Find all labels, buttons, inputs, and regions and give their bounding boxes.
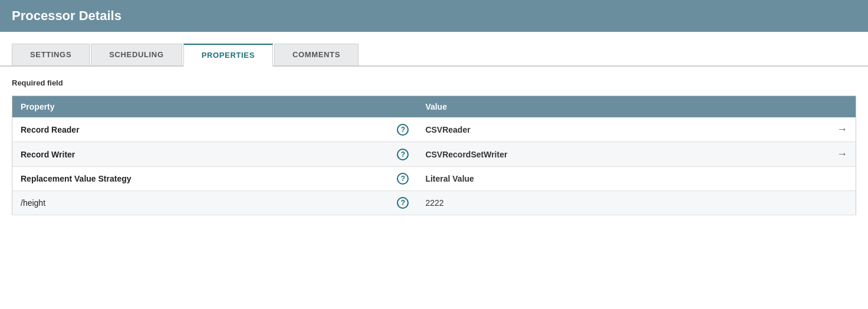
property-cell: Replacement Value Strategy ? [12,167,417,191]
tabs-container: SETTINGS SCHEDULING PROPERTIES COMMENTS [0,32,868,67]
tab-comments[interactable]: COMMENTS [274,44,359,67]
value-cell: Literal Value [417,167,856,191]
property-cell: Record Reader ? [12,117,417,142]
properties-table: Property Value Record Reader ? CSVReader… [12,96,856,215]
help-icon[interactable]: ? [397,173,409,185]
property-name: Replacement Value Strategy [21,174,131,183]
table-row: Record Reader ? CSVReader → [12,117,856,142]
property-cell: Record Writer ? [12,142,417,167]
property-value: Literal Value [425,174,474,183]
required-field-label: Required field [12,78,856,87]
page-title: Processor Details [12,8,856,24]
property-name: Record Reader [21,125,80,134]
value-cell: CSVReader → [417,117,856,142]
tab-properties[interactable]: PROPERTIES [183,44,273,67]
column-header-property: Property [12,96,417,118]
property-value: 2222 [425,198,443,208]
property-name: Record Writer [21,150,75,159]
property-cell: /height ? [12,191,417,215]
tab-settings[interactable]: SETTINGS [12,44,90,67]
arrow-icon[interactable]: → [837,148,847,160]
property-name: /height [21,198,45,208]
help-icon[interactable]: ? [397,149,409,160]
value-cell: 2222 [417,191,856,215]
header-bar: Processor Details [0,0,868,32]
table-header-row: Property Value [12,96,856,118]
column-header-value: Value [417,96,856,118]
property-value: CSVRecordSetWriter [425,150,507,159]
arrow-icon[interactable]: → [837,123,847,136]
table-row: /height ? 2222 [12,191,856,215]
help-icon[interactable]: ? [397,124,409,136]
table-row: Record Writer ? CSVRecordSetWriter → [12,142,856,167]
value-cell: CSVRecordSetWriter → [417,142,856,167]
table-row: Replacement Value Strategy ? Literal Val… [12,167,856,191]
help-icon[interactable]: ? [397,197,409,209]
tab-scheduling[interactable]: SCHEDULING [91,44,182,67]
property-value: CSVReader [425,125,470,134]
content-area: Required field Property Value Record Rea… [0,67,868,227]
